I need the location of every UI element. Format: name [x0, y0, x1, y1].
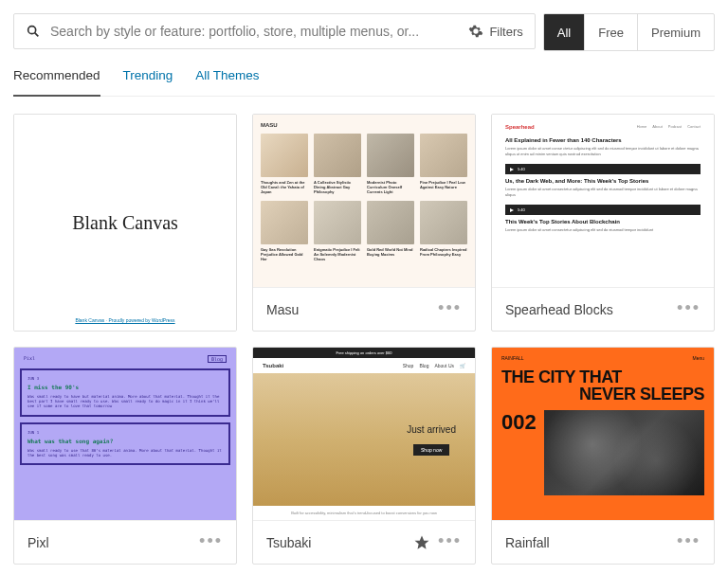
theme-preview: Pixl Blog JUN 3 I miss the 90's Was smal… [14, 348, 236, 520]
theme-name: Spearhead Blocks [505, 302, 669, 317]
search-bar-row: Filters All Free Premium [13, 13, 715, 51]
theme-card-tsubaki[interactable]: Free shipping on orders over $60 Tsubaki… [252, 347, 476, 565]
svg-line-1 [35, 33, 39, 37]
theme-preview: Free shipping on orders over $60 Tsubaki… [253, 348, 475, 520]
price-filter-premium[interactable]: Premium [638, 14, 714, 50]
price-filter-group: All Free Premium [543, 13, 715, 51]
preview-footer: Blank Canvas · Proudly powered by WordPr… [75, 317, 174, 323]
category-tabs: Recommended Trending All Themes [13, 68, 715, 97]
tab-all-themes[interactable]: All Themes [195, 68, 259, 96]
theme-card-pixl[interactable]: Pixl Blog JUN 3 I miss the 90's Was smal… [13, 347, 237, 565]
filters-label: Filters [489, 25, 522, 39]
theme-card-blank-canvas[interactable]: Blank Canvas Blank Canvas · Proudly powe… [13, 114, 237, 332]
theme-footer: Blank Canvas ••• [14, 331, 236, 332]
theme-name: Pixl [27, 535, 191, 550]
preview-logo: Spearhead [505, 124, 535, 130]
theme-card-spearhead-blocks[interactable]: Spearhead Home About Podcast Contact All… [491, 114, 715, 332]
tab-trending[interactable]: Trending [123, 68, 173, 96]
theme-preview: RAINFALL Menu THE CITY THAT NEVER SLEEPS… [492, 348, 714, 520]
theme-footer: Spearhead Blocks ••• [492, 287, 714, 331]
search-input[interactable] [50, 24, 461, 39]
themes-grid: Blank Canvas Blank Canvas · Proudly powe… [13, 114, 715, 565]
theme-name: Tsubaki [266, 535, 406, 550]
theme-footer: Pixl ••• [14, 520, 236, 564]
theme-card-masu[interactable]: MASU Thoughts and Zen at the Old Canal: … [252, 114, 476, 332]
preview-logo: MASU [261, 122, 467, 128]
search-box[interactable]: Filters [13, 13, 536, 49]
filters-button[interactable]: Filters [461, 24, 522, 39]
theme-preview: MASU Thoughts and Zen at the Old Canal: … [253, 115, 475, 287]
price-filter-free[interactable]: Free [585, 14, 638, 50]
theme-card-rainfall[interactable]: RAINFALL Menu THE CITY THAT NEVER SLEEPS… [491, 347, 715, 565]
theme-footer: Tsubaki ••• [253, 520, 475, 564]
more-options-icon[interactable]: ••• [677, 532, 701, 552]
more-options-icon[interactable]: ••• [199, 532, 223, 552]
more-options-icon[interactable]: ••• [438, 532, 462, 552]
more-options-icon[interactable]: ••• [677, 299, 701, 319]
preview-image [544, 410, 704, 495]
preview-title: Blank Canvas [72, 212, 178, 234]
star-icon[interactable] [413, 534, 430, 551]
theme-preview: Spearhead Home About Podcast Contact All… [492, 115, 714, 287]
gear-icon [468, 24, 483, 39]
price-filter-all[interactable]: All [544, 14, 585, 50]
tab-recommended[interactable]: Recommended [13, 68, 100, 96]
more-options-icon[interactable]: ••• [438, 299, 462, 319]
theme-footer: Masu ••• [253, 287, 475, 331]
search-icon [26, 24, 41, 39]
svg-point-0 [28, 27, 36, 34]
theme-footer: Rainfall ••• [492, 520, 714, 564]
theme-preview: Blank Canvas Blank Canvas · Proudly powe… [14, 115, 236, 331]
theme-name: Masu [266, 302, 430, 317]
theme-name: Rainfall [505, 535, 669, 550]
